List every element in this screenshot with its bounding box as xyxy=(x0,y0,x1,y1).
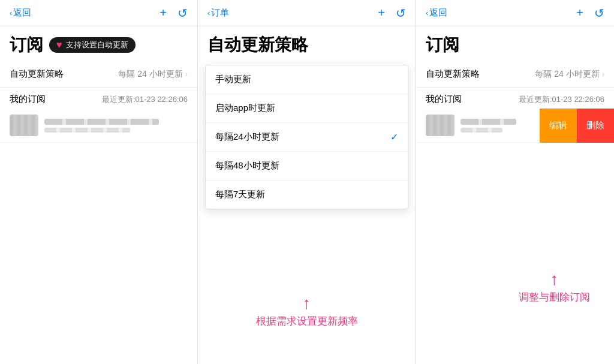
dropdown-item-label-2: 每隔24小时更新 xyxy=(215,131,279,143)
middle-annotation: ↑ 根据需求设置更新频率 xyxy=(256,295,358,328)
right-sub-item[interactable] xyxy=(416,109,540,143)
left-sub-item[interactable] xyxy=(0,109,197,143)
middle-arrow-icon: ↑ xyxy=(303,295,311,312)
right-nav-actions: + ↺ xyxy=(576,6,604,20)
dropdown-menu: 手动更新启动app时更新每隔24小时更新✓每隔48小时更新每隔7天更新 xyxy=(205,65,408,209)
right-section-header: 我的订阅 最近更新:01-23 22:26:06 xyxy=(416,88,614,109)
right-auto-update-value: 每隔 24 小时更新 xyxy=(535,69,599,80)
dropdown-item-label-0: 手动更新 xyxy=(215,74,251,85)
left-page-header: 订阅 ♥ 支持设置自动更新 xyxy=(0,26,197,61)
left-sub-title-blurred xyxy=(44,119,159,125)
dropdown-check-icon-2: ✓ xyxy=(390,131,398,143)
left-auto-update-row[interactable]: 自动更新策略 每隔 24 小时更新 › xyxy=(0,61,197,88)
right-sub-item-wrapper: 编辑 删除 xyxy=(416,109,614,143)
left-nav-actions: + ↺ xyxy=(159,6,188,20)
right-refresh-icon[interactable]: ↺ xyxy=(594,6,604,20)
right-sub-meta-blurred xyxy=(460,128,502,133)
left-auto-update-value: 每隔 24 小时更新 xyxy=(118,69,182,80)
swipe-actions: 编辑 删除 xyxy=(540,109,614,143)
swipe-edit-label: 编辑 xyxy=(549,120,567,131)
dropdown-item-2[interactable]: 每隔24小时更新✓ xyxy=(206,123,408,152)
right-section-title: 我的订阅 xyxy=(426,94,462,105)
right-sub-title-blurred xyxy=(460,119,516,125)
right-page-header: 订阅 xyxy=(416,26,614,61)
left-back-label: 返回 xyxy=(13,7,31,19)
left-auto-update-label: 自动更新策略 xyxy=(10,68,64,80)
left-section-meta: 最近更新:01-23 22:26:06 xyxy=(102,94,188,105)
dropdown-item-1[interactable]: 启动app时更新 xyxy=(206,94,408,123)
dropdown-item-0[interactable]: 手动更新 xyxy=(206,65,408,94)
swipe-delete-label: 删除 xyxy=(586,120,604,131)
right-plus-icon[interactable]: + xyxy=(576,6,583,20)
right-annotation-text: 调整与删除订阅 xyxy=(519,290,590,304)
right-back-button[interactable]: ‹ 返回 xyxy=(426,7,447,19)
auto-update-badge: ♥ 支持设置自动更新 xyxy=(49,37,136,53)
badge-label: 支持设置自动更新 xyxy=(66,40,128,50)
left-auto-update-chevron: › xyxy=(185,70,188,79)
right-page-title: 订阅 xyxy=(426,34,459,56)
middle-page-header: 自动更新策略 xyxy=(198,26,416,61)
left-back-chevron: ‹ xyxy=(10,8,12,17)
left-plus-icon[interactable]: + xyxy=(159,6,167,20)
left-sub-meta-blurred xyxy=(44,128,130,133)
right-nav-bar: ‹ 返回 + ↺ xyxy=(416,0,614,26)
right-sub-thumb xyxy=(426,115,455,136)
left-page-title: 订阅 xyxy=(10,34,43,56)
right-auto-update-chevron: › xyxy=(602,70,604,79)
dropdown-item-3[interactable]: 每隔48小时更新 xyxy=(206,152,408,181)
right-annotation: ↑ 调整与删除订阅 xyxy=(519,271,590,304)
middle-panel: ‹ 订单 + ↺ 自动更新策略 手动更新启动app时更新每隔24小时更新✓每隔4… xyxy=(198,0,416,364)
swipe-delete-button[interactable]: 删除 xyxy=(577,109,614,143)
middle-back-label: 订单 xyxy=(211,7,229,19)
left-sub-info xyxy=(44,119,188,133)
left-auto-update-value-group: 每隔 24 小时更新 › xyxy=(118,69,188,80)
dropdown-item-label-1: 启动app时更新 xyxy=(215,103,275,114)
left-sub-thumb xyxy=(10,115,38,136)
left-refresh-icon[interactable]: ↺ xyxy=(177,6,188,20)
right-auto-update-value-group: 每隔 24 小时更新 › xyxy=(535,69,604,80)
right-sub-info xyxy=(460,119,530,133)
middle-plus-icon[interactable]: + xyxy=(378,6,385,20)
left-section-title: 我的订阅 xyxy=(10,94,46,105)
middle-nav-actions: + ↺ xyxy=(378,6,406,20)
right-back-label: 返回 xyxy=(429,7,447,19)
left-panel: ‹ 返回 + ↺ 订阅 ♥ 支持设置自动更新 自动更新策略 每隔 24 小时更新… xyxy=(0,0,198,364)
dropdown-item-label-3: 每隔48小时更新 xyxy=(215,160,279,172)
middle-refresh-icon[interactable]: ↺ xyxy=(396,6,406,20)
left-nav-bar: ‹ 返回 + ↺ xyxy=(0,0,197,26)
left-back-button[interactable]: ‹ 返回 xyxy=(10,7,31,19)
middle-back-chevron: ‹ xyxy=(207,8,210,17)
right-arrow-icon: ↑ xyxy=(550,271,559,288)
swipe-edit-button[interactable]: 编辑 xyxy=(540,109,577,143)
middle-page-title: 自动更新策略 xyxy=(207,34,308,56)
dropdown-item-4[interactable]: 每隔7天更新 xyxy=(206,181,408,209)
right-section-meta: 最近更新:01-23 22:26:06 xyxy=(519,94,604,105)
heart-icon: ♥ xyxy=(56,40,62,50)
right-panel: ‹ 返回 + ↺ 订阅 自动更新策略 每隔 24 小时更新 › 我的订阅 最近更… xyxy=(416,0,614,364)
right-sub-thumb-blur xyxy=(426,115,455,136)
right-auto-update-row[interactable]: 自动更新策略 每隔 24 小时更新 › xyxy=(416,61,614,88)
middle-back-button[interactable]: ‹ 订单 xyxy=(207,7,229,19)
dropdown-item-label-4: 每隔7天更新 xyxy=(215,189,265,200)
right-back-chevron: ‹ xyxy=(426,8,428,17)
middle-nav-bar: ‹ 订单 + ↺ xyxy=(198,0,416,26)
left-sub-thumb-blur xyxy=(10,115,38,136)
right-auto-update-label: 自动更新策略 xyxy=(426,68,480,80)
left-section-header: 我的订阅 最近更新:01-23 22:26:06 xyxy=(0,88,197,109)
middle-annotation-text: 根据需求设置更新频率 xyxy=(256,314,358,328)
